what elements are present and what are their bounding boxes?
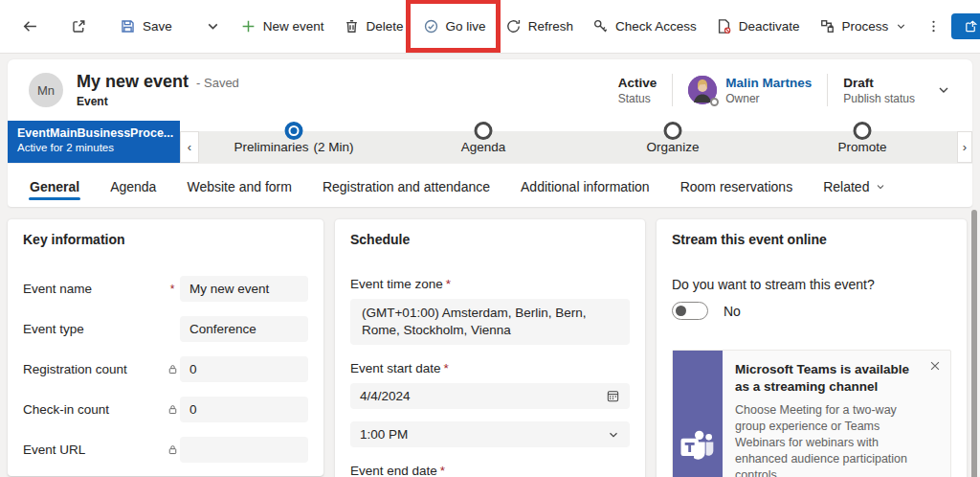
plus-icon bbox=[240, 18, 256, 34]
stream-question-label: Do you want to stream this event? bbox=[672, 277, 951, 292]
stage-active-icon bbox=[285, 122, 303, 140]
tab-room-reservations[interactable]: Room reservations bbox=[679, 168, 794, 207]
field-event-name: Event name * My new event bbox=[23, 276, 308, 302]
lock-icon bbox=[167, 403, 179, 416]
stage-duration: (2 Min) bbox=[314, 140, 354, 154]
popout-button[interactable] bbox=[62, 12, 96, 40]
process-flow-icon bbox=[819, 18, 835, 34]
stage-label: Promote bbox=[837, 140, 886, 154]
trash-icon bbox=[344, 18, 360, 34]
bpf-stage-promote[interactable]: Promote bbox=[768, 131, 957, 163]
field-label: Registration count bbox=[23, 362, 165, 376]
stream-card: Stream this event online Do you want to … bbox=[657, 219, 967, 477]
toggle-knob bbox=[676, 306, 686, 316]
deactivate-label: Deactivate bbox=[739, 19, 800, 34]
status-label: Status bbox=[618, 92, 657, 105]
back-button[interactable] bbox=[13, 12, 47, 40]
form-tabs: General Agenda Website and form Registra… bbox=[8, 163, 972, 207]
check-access-label: Check Access bbox=[615, 19, 697, 34]
delete-button[interactable]: Delete bbox=[335, 12, 412, 40]
required-asterisk: * bbox=[444, 361, 449, 375]
tab-related[interactable]: Related bbox=[822, 168, 887, 207]
bpf-stage-agenda[interactable]: Agenda bbox=[389, 131, 578, 163]
bpf-scroll-right-button[interactable]: › bbox=[957, 131, 972, 163]
check-in-count-input[interactable]: 0 bbox=[180, 397, 308, 422]
bpf-stage-organize[interactable]: Organize bbox=[578, 131, 768, 163]
tab-registration-and-attendance[interactable]: Registration and attendance bbox=[322, 168, 491, 207]
delete-label: Delete bbox=[367, 19, 404, 34]
owner-label: Owner bbox=[725, 92, 812, 105]
chevron-down-icon bbox=[875, 181, 886, 193]
event-name-input[interactable]: My new event bbox=[180, 276, 308, 302]
stream-toggle[interactable] bbox=[672, 302, 708, 320]
record-panel: Mn My new event - Saved Event Active Sta… bbox=[8, 59, 972, 207]
process-button[interactable]: Process bbox=[811, 12, 917, 40]
business-process-flow: EventMainBusinessProce... Active for 2 m… bbox=[8, 119, 972, 163]
tab-website-and-form[interactable]: Website and form bbox=[186, 168, 292, 207]
go-live-highlight-region: Go live bbox=[414, 12, 495, 40]
tab-additional-information[interactable]: Additional information bbox=[520, 168, 651, 207]
refresh-button[interactable]: Refresh bbox=[497, 12, 582, 40]
banner-body: Choose Meeting for a two-way group exper… bbox=[735, 402, 922, 477]
vertical-scrollbar[interactable] bbox=[971, 210, 977, 477]
banner-close-button[interactable] bbox=[928, 359, 942, 373]
field-label: Event name bbox=[23, 282, 165, 296]
owner-name-link[interactable]: Malin Martnes bbox=[725, 76, 812, 90]
go-live-button[interactable]: Go live bbox=[414, 12, 495, 40]
back-arrow-icon bbox=[22, 18, 38, 34]
field-event-url: Event URL bbox=[23, 437, 308, 463]
field-event-type: Event type Conference bbox=[23, 316, 308, 342]
new-event-label: New event bbox=[263, 19, 324, 34]
circle-check-icon bbox=[423, 18, 439, 34]
form-body: Key information Event name * My new even… bbox=[0, 207, 980, 477]
more-commands-button[interactable] bbox=[918, 13, 949, 39]
chevron-down-icon bbox=[205, 18, 221, 34]
toggle-state-label: No bbox=[724, 304, 741, 319]
save-button[interactable]: Save bbox=[111, 12, 181, 40]
chevron-down-icon[interactable] bbox=[607, 428, 620, 442]
tab-general[interactable]: General bbox=[29, 168, 80, 207]
save-options-dropdown[interactable] bbox=[196, 12, 230, 40]
share-button[interactable]: Share bbox=[951, 13, 980, 39]
tab-agenda[interactable]: Agenda bbox=[109, 168, 157, 207]
deactivate-icon bbox=[716, 18, 732, 34]
registration-count-input[interactable]: 0 bbox=[180, 356, 308, 382]
timezone-input[interactable]: (GMT+01:00) Amsterdam, Berlin, Bern, Rom… bbox=[350, 299, 630, 345]
collapse-header-button[interactable] bbox=[936, 82, 951, 98]
field-label: Event URL bbox=[23, 443, 165, 457]
save-icon bbox=[120, 18, 136, 34]
field-check-in-count: Check-in count 0 bbox=[23, 397, 308, 422]
saved-status: - Saved bbox=[196, 76, 239, 90]
schedule-card: Schedule Event time zone* (GMT+01:00) Am… bbox=[335, 219, 645, 477]
chevron-down-icon bbox=[895, 20, 907, 33]
calendar-icon[interactable] bbox=[606, 389, 620, 403]
status-value: Active bbox=[618, 76, 657, 90]
tab-related-label: Related bbox=[823, 179, 869, 194]
stage-icon bbox=[664, 122, 682, 140]
save-label: Save bbox=[143, 19, 172, 34]
key-icon bbox=[592, 18, 609, 34]
go-live-label: Go live bbox=[446, 19, 486, 34]
status-field: Active Status bbox=[603, 76, 673, 105]
event-url-input[interactable] bbox=[180, 437, 308, 463]
new-event-button[interactable]: New event bbox=[232, 12, 333, 40]
deactivate-button[interactable]: Deactivate bbox=[707, 12, 809, 40]
stage-label: Agenda bbox=[461, 140, 506, 154]
teams-banner-strip bbox=[673, 351, 723, 477]
publish-status-value: Draft bbox=[843, 76, 915, 90]
start-time-input[interactable]: 1:00 PM bbox=[350, 421, 630, 447]
bpf-process-pill[interactable]: EventMainBusinessProce... Active for 2 m… bbox=[8, 121, 180, 163]
timezone-label: Event time zone* bbox=[350, 277, 630, 291]
card-title: Schedule bbox=[350, 232, 630, 247]
bpf-scroll-left-button[interactable]: ‹ bbox=[180, 131, 199, 163]
owner-field[interactable]: Malin Martnes Owner bbox=[673, 76, 827, 105]
field-label: Check-in count bbox=[23, 402, 165, 417]
presence-status-icon bbox=[710, 98, 719, 106]
check-access-button[interactable]: Check Access bbox=[584, 12, 705, 40]
event-type-input[interactable]: Conference bbox=[180, 316, 308, 342]
start-date-input[interactable]: 4/4/2024 bbox=[350, 383, 630, 409]
stage-icon bbox=[475, 122, 493, 140]
record-header: Mn My new event - Saved Event Active Sta… bbox=[8, 59, 972, 119]
bpf-stage-preliminaries[interactable]: Preliminaries (2 Min) bbox=[199, 131, 389, 163]
lock-icon bbox=[167, 443, 179, 456]
